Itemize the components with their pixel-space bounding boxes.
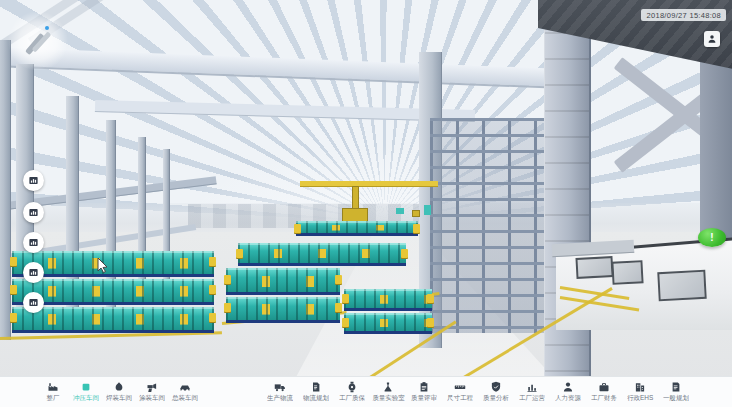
toolbar-item-stamping-workshop[interactable]: 冲压车间: [69, 377, 102, 402]
office-window: [657, 270, 706, 301]
painting-icon: [146, 380, 158, 393]
toolbar-item-assembly-workshop[interactable]: 总装车间: [168, 377, 201, 402]
die-stack: [296, 221, 418, 236]
timestamp: 2018/09/27 15:48:08: [641, 9, 726, 21]
panel-chart-icon: [28, 237, 39, 248]
toolbar-item-label: 质量评审: [411, 393, 437, 401]
bottom-toolbar: 整厂冲压车间焊装车间涂装车间总装车间 生产物流物流规划工厂质保质量实验室质量评审…: [0, 376, 732, 407]
toolbar-item-painting-workshop[interactable]: 涂装车间: [135, 377, 168, 402]
watch-icon: [346, 380, 358, 393]
die-stack: [226, 268, 340, 325]
toolbar-item-label: 涂装车间: [139, 393, 165, 401]
panel-chart-icon: [28, 207, 39, 218]
toolbar-item-logistics-planning[interactable]: 物流规划: [298, 377, 334, 402]
toolbar-item-label: 工厂运营: [519, 393, 545, 401]
toolbar-item-label: 冲压车间: [73, 393, 99, 401]
toolbar-item-label: 质量分析: [483, 393, 509, 401]
office-window: [575, 256, 613, 279]
monorail-beam: [300, 181, 438, 187]
factory-icon: [47, 380, 59, 393]
panel-chart-icon: [28, 297, 39, 308]
flask-icon: [382, 380, 394, 393]
toolbar-item-quality-review[interactable]: 质量评审: [406, 377, 442, 402]
toolbar-item-whole-plant[interactable]: 整厂: [36, 377, 69, 402]
storage-rack: [430, 118, 548, 333]
toolbar-item-label: 人力资源: [555, 393, 581, 401]
planning-icon: [670, 380, 682, 393]
shield-icon: [490, 380, 502, 393]
toolbar-item-admin-ehs[interactable]: 行政EHS: [622, 377, 658, 402]
toolbar-item-production-logistics[interactable]: 生产物流: [262, 377, 298, 402]
steel-column: [0, 40, 11, 340]
assembly-icon: [179, 380, 191, 393]
building-icon: [634, 380, 646, 393]
toolbar-item-label: 物流规划: [303, 393, 329, 401]
stamping-icon: [80, 380, 92, 393]
bar-chart-icon: [526, 380, 538, 393]
toolbar-item-factory-finance[interactable]: 工厂财务: [586, 377, 622, 402]
main-steel-column: [544, 6, 591, 396]
office-window: [611, 260, 643, 285]
die-stack: [12, 251, 214, 335]
toolbar-item-quality-analysis[interactable]: 质量分析: [478, 377, 514, 402]
toolbar-item-label: 尺寸工程: [447, 393, 473, 401]
side-button-data-panel-4[interactable]: [23, 262, 44, 283]
logo-glow: [8, 12, 68, 70]
alert-marker[interactable]: !: [698, 228, 726, 247]
side-button-data-panel-1[interactable]: [23, 170, 44, 191]
toolbar-item-welding-workshop[interactable]: 焊装车间: [102, 377, 135, 402]
side-button-data-panel-3[interactable]: [23, 232, 44, 253]
small-equipment: [424, 205, 431, 215]
toolbar-item-label: 总装车间: [172, 393, 198, 401]
3d-viewport[interactable]: !: [0, 0, 732, 407]
welding-icon: [113, 380, 125, 393]
toolbar-item-factory-operations[interactable]: 工厂运营: [514, 377, 550, 402]
toolbar-item-dimensional-engineering[interactable]: 尺寸工程: [442, 377, 478, 402]
toolbar-item-label: 工厂财务: [591, 393, 617, 401]
clipboard-icon: [418, 380, 430, 393]
briefcase-icon: [598, 380, 610, 393]
toolbar-item-label: 整厂: [46, 393, 59, 401]
toolbar-item-label: 工厂质保: [339, 393, 365, 401]
logo-dot: [45, 26, 49, 30]
toolbar-item-human-resources[interactable]: 人力资源: [550, 377, 586, 402]
toolbar-item-label: 一般规划: [663, 393, 689, 401]
die-stack: [238, 243, 406, 267]
ruler-icon: [454, 380, 466, 393]
person-icon: [562, 380, 574, 393]
panel-chart-icon: [28, 267, 39, 278]
side-button-data-panel-2[interactable]: [23, 202, 44, 223]
workshop-group: 整厂冲压车间焊装车间涂装车间总装车间: [36, 377, 201, 402]
toolbar-item-quality-lab[interactable]: 质量实验室: [370, 377, 406, 402]
truck-icon: [274, 380, 286, 393]
document-icon: [310, 380, 322, 393]
toolbar-item-label: 行政EHS: [627, 393, 653, 401]
module-group: 生产物流物流规划工厂质保质量实验室质量评审尺寸工程质量分析工厂运营人力资源工厂财…: [262, 377, 694, 402]
user-button[interactable]: [704, 31, 720, 47]
toolbar-item-label: 生产物流: [267, 393, 293, 401]
mouse-cursor: [97, 257, 109, 277]
toolbar-item-label: 焊装车间: [106, 393, 132, 401]
small-equipment: [396, 208, 404, 214]
toolbar-item-factory-quality-assurance[interactable]: 工厂质保: [334, 377, 370, 402]
small-equipment: [412, 210, 420, 217]
digital-twin-app: ! 2018/09/27 15:48:08 整厂冲压车间焊装车间涂装车间总装车间…: [0, 0, 732, 407]
die-stack: [344, 289, 432, 335]
side-button-data-panel-5[interactable]: [23, 292, 44, 313]
toolbar-item-label: 质量实验室: [372, 393, 404, 401]
user-icon: [707, 34, 717, 44]
toolbar-item-general-planning[interactable]: 一般规划: [658, 377, 694, 402]
panel-chart-icon: [28, 175, 39, 186]
